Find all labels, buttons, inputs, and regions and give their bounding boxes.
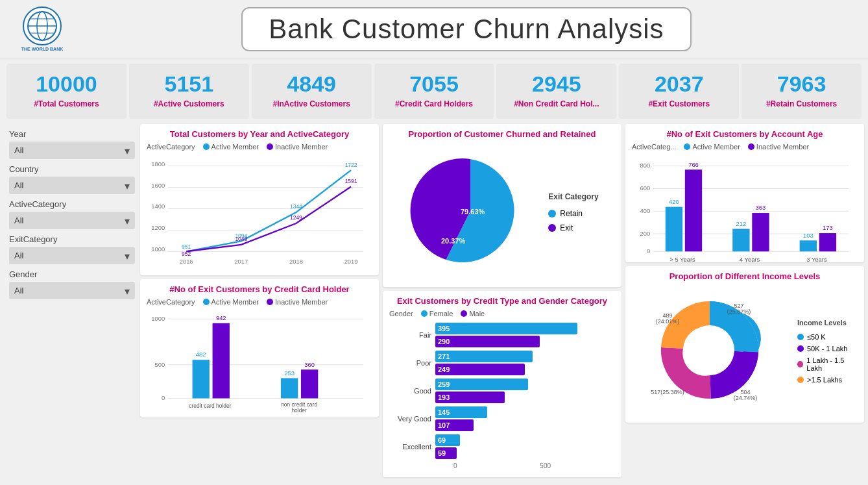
hbar-container: Fair 395 290 Poor 271 249 [389,320,615,472]
chart-col-3: #No of Exit Customers by Account Age Act… [625,124,864,477]
legend-active2: Active Member [203,298,259,306]
exitcategory-filter[interactable]: All [9,247,135,264]
svg-text:79.63%: 79.63% [461,208,485,216]
bar-age-title: #No of Exit Customers by Account Age [632,129,858,139]
svg-text:517(25.38%): 517(25.38%) [651,389,684,395]
svg-text:0: 0 [162,394,165,401]
hbar-title: Exit Customers by Credit Type and Gender… [389,296,615,306]
svg-text:2017: 2017 [234,258,248,265]
bar-credit-container: 1000 500 0 482 942 [147,308,372,412]
filter-label-activecategory-filter: ActiveCategory [9,199,135,209]
line-chart-legend: ActiveCategory Active Member Inactive Me… [147,143,372,151]
bar-3y-active [800,240,817,251]
filter-wrap-exitcategory-filter: All [9,247,135,264]
title-box: Bank Customer Churn Analysis [75,7,858,51]
kpi-number-0: 10000 [12,71,121,97]
legend-active-label: Active Member [211,143,259,151]
active-dot [203,143,210,150]
donut-legend: Income Levels ≤50 K 50K - 1 Lakh 1 Lakh … [797,319,858,384]
gender-filter[interactable]: All [9,282,135,299]
svg-text:20.37%: 20.37% [441,237,466,245]
svg-text:951: 951 [182,243,191,250]
bar-3y-inactive [819,233,836,251]
bar-4y-active [732,229,749,251]
kpi-number-1: 5151 [134,71,244,97]
svg-text:3 Years: 3 Years [806,256,827,263]
svg-text:holder: holder [291,407,307,414]
hbar-group-verygood: 145 107 [435,406,615,431]
year-filter[interactable]: All [9,142,135,159]
donut-svg: 527 (25.87%) 489 (24.01%) 517(25.38%) 50… [632,285,788,415]
svg-text:766: 766 [688,161,699,168]
50k-dot [797,334,804,340]
filter-label-year-filter: Year [9,129,135,139]
filter-group-exitcategory-filter: ExitCategory All [9,234,135,264]
hbar-poor-male: 249 [435,364,525,375]
donut-hole [685,325,734,375]
hbar-panel: Exit Customers by Credit Type and Gender… [383,291,621,477]
hbar-label-excellent: Excellent [389,443,431,451]
female-label: Female [429,310,453,317]
retain-label: Retain [560,209,583,218]
svg-text:103: 103 [803,232,814,239]
svg-text:1591: 1591 [345,178,357,184]
hbar-group-fair: 395 290 [435,323,615,347]
retain-dot [548,210,556,218]
filter-wrap-year-filter: All [9,142,135,159]
kpi-number-5: 2037 [624,71,734,97]
bar-5y-active [666,207,682,252]
hbar-label-fair: Fair [389,331,431,339]
kpi-card-0: 10000 #Total Customers [6,64,127,119]
pie-legend-retain: Retain [548,209,598,218]
svg-text:420: 420 [669,198,679,205]
country-filter[interactable]: All [9,177,135,194]
male-dot [461,310,467,317]
bar-age-legend: ActiveCateg... Active Member Inactive Me… [632,143,858,151]
pie-chart-panel: Proportion of Customer Churned and Retai… [383,124,621,287]
hbar-vg-male: 107 [435,419,474,431]
inactive-line [186,187,351,252]
filter-group-activecategory-filter: ActiveCategory All [9,199,135,229]
svg-text:4 Years: 4 Years [740,256,760,263]
line-chart-svg: 1800 1600 1400 1200 1000 2016 2017 [147,153,372,273]
hbar-group-poor: 271 249 [435,351,615,375]
kpi-card-4: 2945 #Non Credit Card Hol... [496,64,616,119]
hbar-fair-male: 290 [435,336,540,347]
bar-ncc-active [281,378,298,398]
activecategory-filter[interactable]: All [9,212,135,229]
active-line [186,170,351,251]
donut-panel: Proportion of Different Income Levels [625,266,864,423]
hbar-row-fair: Fair 395 290 [389,323,615,347]
15lakh-dot [797,361,803,367]
sidebar: Year All Country All ActiveCategory All … [4,124,140,477]
legend-inactive2: Inactive Member [267,298,328,306]
inactive-dot3 [748,143,754,150]
svg-text:credit card holder: credit card holder [189,403,231,410]
bar-5y-inactive [685,169,702,251]
filter-wrap-country-filter: All [9,177,135,194]
hbar-label-poor: Poor [389,359,431,367]
pie-legend-title: Exit Category [548,192,598,201]
bar-credit-panel: #No of Exit Customers by Credit Card Hol… [140,279,379,417]
svg-text:952: 952 [182,251,191,257]
hbar-poor-female: 271 [435,351,533,362]
legend-label2: ActiveCategory [147,298,195,306]
kpi-card-5: 2037 #Exit Customers [619,64,739,119]
legend-inactive: Inactive Member [267,143,328,151]
kpi-card-3: 7055 #Credit Card Holders [374,64,494,119]
svg-text:1600: 1600 [151,182,165,189]
svg-text:212: 212 [736,220,747,227]
svg-text:1200: 1200 [151,224,165,231]
legend-inactive-label: Inactive Member [275,143,328,151]
bar-age-panel: #No of Exit Customers by Account Age Act… [625,124,864,262]
inactive-dot2 [267,299,273,305]
active-label3: Active Member [692,143,740,151]
kpi-label-6: #Retain Customers [747,99,856,108]
hbar-legend-label: Gender [389,310,413,317]
active-dot3 [684,143,690,150]
svg-text:1800: 1800 [151,160,165,168]
50k-label: ≤50 K [807,333,826,341]
svg-text:2016: 2016 [180,258,193,265]
svg-text:0: 0 [647,247,650,255]
svg-text:1000: 1000 [151,315,165,322]
